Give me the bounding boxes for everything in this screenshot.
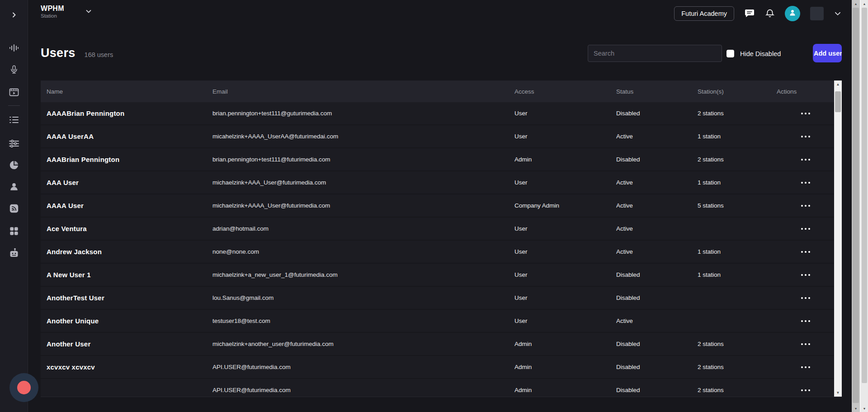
sidebar-item-users[interactable] [8,181,20,193]
row-actions-button[interactable] [798,110,813,117]
column-header-name: Name [47,88,212,95]
user-status: Active [616,202,698,209]
sidebar-divider [8,105,20,106]
scroll-down-icon[interactable]: ▼ [834,389,842,397]
row-actions-button[interactable] [798,364,813,371]
scroll-down-icon[interactable]: ▼ [852,405,860,412]
hide-disabled-toggle[interactable]: Hide Disabled [726,50,781,57]
row-actions-button[interactable] [798,225,813,232]
scrollbar-thumb[interactable] [862,8,867,383]
user-access: Admin [514,364,616,370]
futuri-academy-button[interactable]: Futuri Academy [674,6,734,21]
topbar: WPHM Station Futuri Academy [28,0,852,27]
sidebar-item-feeds[interactable] [8,203,20,214]
table-row[interactable]: API.USER@futurimedia.com Admin Disabled … [41,379,842,397]
table-row[interactable]: A New User 1 michaelzink+a_new_user_1@fu… [41,264,842,286]
bell-icon [765,8,775,19]
table-scrollbar-thumb[interactable] [835,91,841,112]
station-switcher[interactable]: WPHM Station [41,4,92,19]
user-status: Disabled [616,294,698,301]
row-actions-button[interactable] [798,294,813,302]
user-name: AAABrian Pennington [47,156,212,163]
sliders-icon [9,138,19,149]
row-actions-button[interactable] [798,133,813,140]
outer-page-scrollbar[interactable]: ▲ ▼ [860,0,868,412]
sidebar-item-audio[interactable] [8,42,20,54]
scroll-up-icon[interactable]: ▲ [852,0,860,7]
notifications-button[interactable] [765,8,775,19]
table-row[interactable]: xcvxcv xcvxcv API.USER@futurimedia.com A… [41,356,842,378]
user-stations: 2 stations [698,364,777,370]
user-status: Disabled [616,364,698,370]
page-title: Users [41,46,75,60]
user-name: A New User 1 [47,271,212,279]
user-email: michaelzink+another_user@futurimedia.com [212,341,514,347]
chevron-down-icon [85,8,92,17]
table-row[interactable]: AAAA User michaelzink+AAAA_User@futurime… [41,194,842,217]
station-logo-box[interactable] [810,7,824,20]
row-actions-button[interactable] [798,156,813,163]
record-dot-icon [17,381,31,394]
user-stations: 1 station [698,248,777,255]
row-actions-button[interactable] [798,179,813,186]
user-access: Admin [514,156,616,163]
app-root: WPHM Station Futuri Academy [0,0,868,412]
sidebar-item-assistant[interactable] [8,247,20,259]
row-actions-button[interactable] [798,317,813,325]
table-scrollbar[interactable]: ▲ ▼ [834,81,842,397]
search-input[interactable] [588,45,722,62]
table-row[interactable]: AAAA UserAA micahelzink+AAAA_UserAA@futu… [41,125,842,147]
row-actions-button[interactable] [798,387,813,394]
table-row[interactable]: Andrew Jackson none@none.com User Active… [41,241,842,263]
user-stations: 2 stations [698,156,777,163]
video-player-icon [9,87,19,98]
column-header-status: Status [616,88,698,95]
row-actions-button[interactable] [798,341,813,348]
user-status: Active [616,248,698,255]
robot-icon [9,247,19,258]
record-fab-button[interactable] [9,373,38,402]
scroll-down-icon[interactable]: ▼ [861,405,868,412]
table-row[interactable]: AAA User michaelzink+AAA_User@futurimedi… [41,171,842,194]
user-email: micahelzink+AAAA_UserAA@futurimedai.com [212,133,514,140]
row-actions-button[interactable] [798,271,813,279]
column-header-email: Email [212,88,514,95]
table-row[interactable]: Ace Ventura adrian@hotmail.com User Acti… [41,218,842,240]
row-actions-button[interactable] [798,202,813,209]
user-status: Disabled [616,271,698,278]
table-row[interactable]: AAABrian Pennington brian.pennington+tes… [41,148,842,170]
sidebar-item-record[interactable] [8,64,20,76]
user-access: User [514,317,616,324]
hide-disabled-checkbox[interactable] [726,50,734,57]
table-row[interactable]: Another User michaelzink+another_user@fu… [41,333,842,355]
sidebar-item-analytics[interactable] [8,159,20,171]
user-name: AAAABrian Pennington [47,109,212,117]
scroll-up-icon[interactable]: ▲ [861,0,868,7]
table-row[interactable]: AAAABrian Pennington brian.pennington+te… [41,102,842,124]
chat-button[interactable] [744,8,755,20]
scroll-up-icon[interactable]: ▲ [834,81,842,88]
user-name: Another User [47,340,212,348]
page-header: Users 168 users Hide Disabled Add user [28,27,852,81]
sidebar-item-playlist[interactable] [8,114,20,126]
sidebar-item-settings-sliders[interactable] [8,137,20,149]
chevron-down-icon[interactable] [834,9,842,18]
sidebar-item-video[interactable] [8,86,20,98]
add-user-button[interactable]: Add user [813,44,842,62]
waveform-icon [9,43,19,53]
page-scrollbars: ▲ ▼ ▲ ▼ [852,0,868,412]
user-email: michaelzink+AAA_User@futurimedia.com [212,179,514,186]
sidebar-item-apps[interactable] [8,225,20,237]
user-status: Active [616,133,698,140]
user-email: API.USER@futurimedia.com [212,364,514,370]
table-row[interactable]: AnotherTest User lou.Sanus@gmail.com Use… [41,287,842,309]
user-email: brian.pennington+test111@guturimedia.com [212,110,514,117]
table-row[interactable]: Another Unique testuser18@test.com User … [41,310,842,332]
user-email: none@none.com [212,248,514,255]
scrollbar-thumb[interactable] [853,8,859,403]
inner-page-scrollbar[interactable]: ▲ ▼ [852,0,860,412]
user-avatar[interactable] [785,6,800,21]
row-actions-button[interactable] [798,248,813,256]
user-status: Disabled [616,156,698,163]
sidebar-expand-button[interactable] [8,10,20,22]
